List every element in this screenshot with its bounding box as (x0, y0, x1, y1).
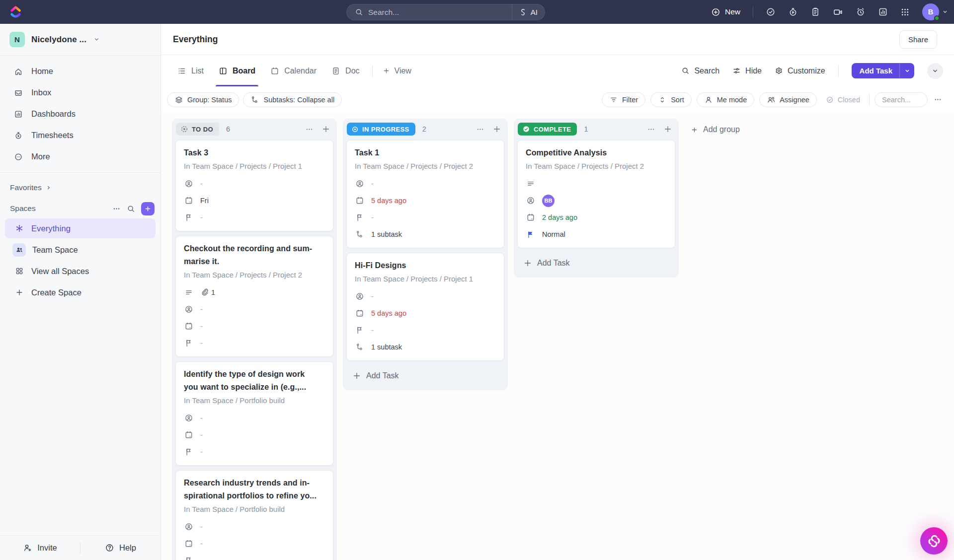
card-field-assignee[interactable]: - (355, 175, 497, 192)
card-field-priority[interactable]: - (184, 209, 326, 226)
task-card[interactable]: Identify the type of design workyou want… (175, 361, 333, 466)
favorites-section[interactable]: Favorites (0, 179, 160, 197)
card-field-assignee[interactable]: - (184, 175, 326, 192)
task-card[interactable]: Task 1 In Team Space / Projects / Projec… (346, 140, 504, 248)
card-field-desc[interactable]: 1 (184, 284, 326, 301)
card-field-priority[interactable]: - (184, 335, 326, 351)
workspace-avatar: N (9, 32, 25, 47)
pill-me-mode[interactable]: Me mode (697, 92, 754, 107)
add-group-button[interactable]: Add group (685, 125, 740, 134)
pill-filter[interactable]: Filter (602, 92, 645, 107)
spaces-search-icon[interactable] (127, 205, 135, 213)
sidebar-item-home[interactable]: Home (5, 61, 156, 82)
user-menu[interactable]: B (922, 3, 948, 20)
card-field-priority[interactable]: - (355, 322, 497, 339)
apps-grid-icon[interactable] (900, 7, 910, 17)
global-search-bar[interactable]: Search... AI (346, 4, 545, 20)
card-field-due[interactable]: 2 days ago (526, 209, 668, 226)
help-button[interactable]: Help (80, 543, 160, 553)
sidebar-item-inbox[interactable]: Inbox (5, 82, 156, 103)
tab-board[interactable]: Board (211, 55, 263, 86)
tab-doc[interactable]: Doc (324, 55, 367, 86)
column-more-icon[interactable] (476, 125, 484, 134)
record-icon[interactable] (833, 7, 843, 17)
pill-assignee[interactable]: Assignee (759, 92, 817, 107)
column-add-icon[interactable] (663, 125, 672, 134)
add-space-button[interactable] (141, 202, 155, 215)
task-card[interactable]: Task 3 In Team Space / Projects / Projec… (175, 140, 333, 231)
ai-fab-button[interactable] (920, 527, 948, 555)
card-field-due[interactable]: - (184, 535, 326, 552)
help-icon (105, 543, 114, 553)
sidebar-item-more[interactable]: More (5, 146, 156, 167)
new-button[interactable]: New (711, 7, 740, 17)
card-field-assignee[interactable]: - (184, 518, 326, 535)
ai-button[interactable]: AI (512, 4, 545, 20)
card-field-due[interactable]: 5 days ago (355, 305, 497, 322)
pill-sort[interactable]: Sort (650, 92, 692, 107)
task-card[interactable]: Checkout the recording and sum-marise it… (175, 236, 333, 357)
add-task-dropdown[interactable] (899, 63, 914, 78)
add-task-button[interactable]: Add Task (852, 63, 914, 78)
add-view-button[interactable]: View (378, 67, 416, 75)
card-field-priority[interactable]: - (184, 443, 326, 460)
board-search-input[interactable]: Search... (874, 92, 928, 107)
tab-calendar[interactable]: Calendar (263, 55, 324, 86)
card-field-assignee[interactable]: - (184, 301, 326, 318)
task-card[interactable]: Competitive Analysis In Team Space / Pro… (517, 140, 675, 248)
dashboard-icon[interactable] (878, 7, 888, 17)
priority-flag-icon (184, 556, 193, 560)
add-task-row[interactable]: Add Task (346, 365, 504, 386)
clickup-logo-icon[interactable] (9, 4, 22, 19)
spaces-more-icon[interactable] (112, 205, 121, 213)
view-search-button[interactable]: Search (681, 67, 719, 75)
sidebar-space-view-all-spaces[interactable]: View all Spaces (5, 261, 156, 281)
sidebar-item-dashboards[interactable]: Dashboards (5, 103, 156, 125)
reminder-icon[interactable] (856, 7, 866, 17)
workspace-switcher[interactable]: N Nicelydone ... (0, 24, 160, 56)
due-date-icon (184, 539, 193, 548)
task-card[interactable]: Research industry trends and in-spiratio… (175, 470, 333, 560)
add-task-row[interactable]: Add Task (517, 253, 675, 274)
toolbar-more-icon[interactable] (933, 95, 943, 104)
card-field-priority[interactable]: - (355, 209, 497, 226)
card-field-due[interactable]: Fri (184, 192, 326, 209)
closed-toggle[interactable]: Closed (826, 96, 860, 104)
card-field-subtask[interactable]: 1 subtask (355, 339, 497, 355)
card-field-subtask[interactable]: 1 subtask (355, 226, 497, 243)
pill-group[interactable]: Group: Status (167, 92, 239, 107)
card-field-assignee[interactable]: - (355, 288, 497, 305)
task-card[interactable]: Hi-Fi Designs In Team Space / Projects /… (346, 253, 504, 361)
collapse-header-button[interactable] (927, 63, 943, 79)
status-pill[interactable]: COMPLETE (518, 123, 577, 136)
column-add-icon[interactable] (321, 125, 330, 134)
assignee-avatar[interactable]: BB (542, 195, 555, 207)
pill-subtasks[interactable]: Subtasks: Collapse all (243, 92, 342, 107)
sidebar-space-everything[interactable]: Everything (5, 218, 156, 238)
card-field-due[interactable]: 5 days ago (355, 192, 497, 209)
column-add-icon[interactable] (492, 125, 501, 134)
share-button[interactable]: Share (899, 30, 937, 49)
card-field-priority[interactable]: Normal (526, 226, 668, 243)
card-field-assignee[interactable]: BB (526, 192, 668, 209)
sidebar-item-timesheets[interactable]: Timesheets (5, 125, 156, 146)
invite-button[interactable]: Invite (0, 543, 80, 553)
card-field-assignee[interactable]: - (184, 410, 326, 426)
hide-button[interactable]: Hide (732, 67, 762, 75)
sidebar-space-create-space[interactable]: Create Space (5, 282, 156, 302)
status-pill[interactable]: IN PROGRESS (347, 123, 415, 136)
column-more-icon[interactable] (647, 125, 655, 134)
column-more-icon[interactable] (305, 125, 314, 134)
customize-button[interactable]: Customize (775, 67, 825, 75)
sidebar-space-team-space[interactable]: Team Space (5, 240, 156, 260)
status-pill[interactable]: TO DO (176, 123, 219, 136)
card-field-due[interactable]: - (184, 426, 326, 443)
attachment-count: 1 (200, 288, 215, 297)
todo-check-icon[interactable] (766, 7, 776, 17)
card-field-due[interactable]: - (184, 318, 326, 335)
card-field-desc[interactable] (526, 175, 668, 192)
timer-icon[interactable] (788, 7, 798, 17)
card-field-priority[interactable]: - (184, 552, 326, 560)
tab-list[interactable]: List (170, 55, 211, 86)
notepad-icon[interactable] (810, 7, 820, 17)
